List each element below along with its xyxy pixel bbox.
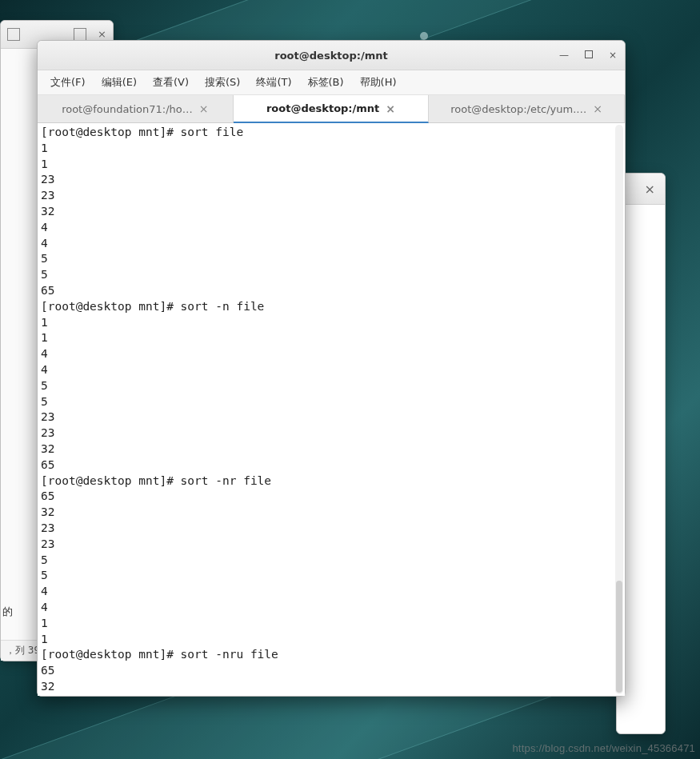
tabbar: root@foundation71:/ho… × root@desktop:/m… xyxy=(38,95,625,123)
terminal-window: root@desktop:/mnt — × 文件(F) 编辑(E) 查看(V) … xyxy=(37,40,626,697)
tab-label: root@foundation71:/ho… xyxy=(62,103,193,115)
menu-help[interactable]: 帮助(H) xyxy=(354,72,403,93)
menu-edit[interactable]: 编辑(E) xyxy=(95,72,143,93)
menu-file[interactable]: 文件(F) xyxy=(44,72,92,93)
window-controls: — × xyxy=(559,41,617,70)
tab-desktop-mnt[interactable]: root@desktop:/mnt × xyxy=(234,95,430,123)
tab-label: root@desktop:/mnt xyxy=(266,102,379,114)
scrollbar[interactable] xyxy=(615,125,623,694)
tab-label: root@desktop:/etc/yum.… xyxy=(450,103,586,115)
watermark: https://blog.csdn.net/weixin_45366471 xyxy=(512,742,695,754)
window-titlebar[interactable]: root@desktop:/mnt — × xyxy=(38,41,625,70)
tab-foundation71[interactable]: root@foundation71:/ho… × xyxy=(38,95,234,122)
minimize-button[interactable]: — xyxy=(559,50,569,61)
background-window-text-fragment: 的 xyxy=(2,605,13,619)
close-button[interactable]: × xyxy=(609,50,617,61)
close-icon[interactable]: × xyxy=(645,182,655,197)
menu-view[interactable]: 查看(V) xyxy=(146,72,195,93)
close-icon[interactable]: × xyxy=(98,28,106,41)
maximize-button[interactable] xyxy=(585,50,593,61)
tab-close-icon[interactable]: × xyxy=(386,103,395,114)
tab-close-icon[interactable]: × xyxy=(199,103,209,114)
tab-desktop-etc-yum[interactable]: root@desktop:/etc/yum.… × xyxy=(429,95,625,122)
menu-terminal[interactable]: 终端(T) xyxy=(250,72,298,93)
hamburger-icon xyxy=(7,28,20,41)
menu-search[interactable]: 搜索(S) xyxy=(198,72,246,93)
scrollbar-thumb[interactable] xyxy=(616,581,622,693)
decorative-dot xyxy=(420,32,428,40)
window-title: root@desktop:/mnt xyxy=(38,50,625,62)
tab-close-icon[interactable]: × xyxy=(593,103,602,114)
menubar: 文件(F) 编辑(E) 查看(V) 搜索(S) 终端(T) 标签(B) 帮助(H… xyxy=(38,70,625,95)
window-icon xyxy=(74,28,86,41)
terminal-output[interactable]: [root@desktop mnt]# sort file 1 1 23 23 … xyxy=(38,123,625,696)
menu-tabs[interactable]: 标签(B) xyxy=(302,72,350,93)
